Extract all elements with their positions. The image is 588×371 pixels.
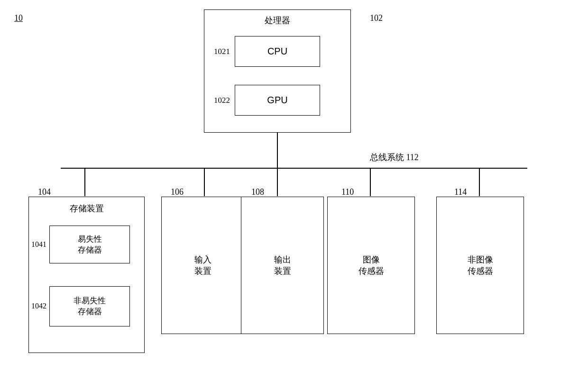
- bus-label: 总线系统 112: [370, 152, 419, 163]
- processor-box: 处理器 1021 CPU 1022 GPU: [204, 9, 351, 133]
- nonvolatile-label-2: 存储器: [78, 306, 102, 317]
- volatile-ref-label: 1041: [31, 240, 46, 249]
- image-sensor-label-2: 传感器: [358, 265, 384, 277]
- processor-ref-label: 102: [370, 13, 383, 23]
- gpu-label: GPU: [267, 95, 287, 106]
- bus-to-output-line: [277, 168, 278, 196]
- volatile-memory-box: 易失性 存储器: [49, 226, 130, 263]
- cpu-ref-label: 1021: [214, 47, 230, 56]
- gpu-ref-label: 1022: [214, 96, 230, 105]
- image-sensor-label-1: 图像: [363, 254, 380, 265]
- system-ref-label: 10: [14, 13, 23, 23]
- image-sensor-box: 图像 传感器: [327, 197, 415, 334]
- bus-horizontal-line: [61, 168, 527, 169]
- input-device-box: 输入 装置: [161, 197, 244, 334]
- input-ref-label: 106: [171, 187, 184, 197]
- storage-label: 存储装置: [29, 202, 144, 216]
- image-sensor-ref-label: 110: [341, 187, 354, 197]
- nonvolatile-label-1: 非易失性: [74, 295, 106, 306]
- storage-box: 存储装置 1041 易失性 存储器 1042 非易失性 存储器: [28, 197, 145, 353]
- bus-to-non-image-sensor-line: [479, 168, 480, 196]
- nonvolatile-ref-label: 1042: [31, 302, 46, 310]
- output-device-box: 输出 装置: [241, 197, 324, 334]
- output-label-2: 装置: [274, 265, 291, 277]
- output-ref-label: 108: [251, 187, 264, 197]
- input-label-1: 输入: [194, 254, 211, 265]
- gpu-box: GPU: [235, 85, 320, 116]
- processor-label: 处理器: [204, 14, 350, 28]
- nonvolatile-memory-box: 非易失性 存储器: [49, 286, 130, 326]
- bus-to-storage-line: [84, 168, 85, 196]
- output-label-1: 输出: [274, 254, 291, 265]
- non-image-sensor-label-1: 非图像: [468, 254, 493, 265]
- bus-to-image-sensor-line: [370, 168, 371, 196]
- volatile-label-1: 易失性: [78, 234, 102, 244]
- non-image-sensor-label-2: 传感器: [468, 265, 493, 277]
- diagram: 10 102 处理器 1021 CPU 1022 GPU 总线系统 112: [0, 0, 588, 371]
- storage-ref-label: 104: [38, 187, 51, 197]
- bus-to-input-line: [204, 168, 205, 196]
- non-image-sensor-box: 非图像 传感器: [436, 197, 524, 334]
- cpu-box: CPU: [235, 36, 320, 67]
- non-image-sensor-ref-label: 114: [454, 187, 467, 197]
- input-label-2: 装置: [194, 265, 211, 277]
- volatile-label-2: 存储器: [78, 244, 102, 255]
- cpu-label: CPU: [267, 46, 287, 57]
- processor-to-bus-line: [277, 133, 278, 168]
